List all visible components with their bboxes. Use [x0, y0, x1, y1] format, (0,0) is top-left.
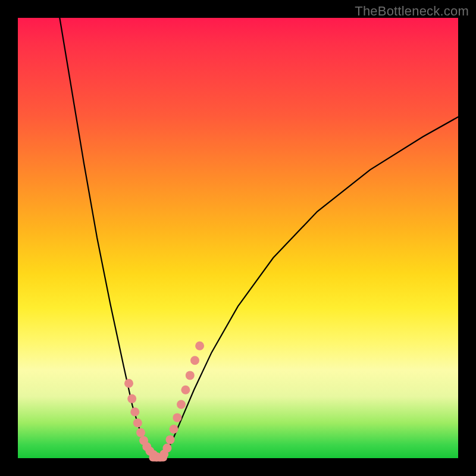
chart-plot-area: [18, 18, 458, 458]
marker-dot: [124, 379, 133, 388]
marker-dot: [166, 435, 175, 444]
chart-frame: TheBottleneck.com: [0, 0, 476, 476]
marker-cluster: [124, 342, 204, 462]
curve-left-branch: [60, 18, 159, 458]
marker-pill: [156, 455, 167, 462]
marker-dot: [127, 394, 136, 403]
marker-dot: [195, 342, 204, 350]
curve-group: [60, 18, 458, 458]
marker-dot: [136, 428, 145, 437]
marker-dot: [173, 413, 181, 422]
marker-dot: [133, 418, 142, 427]
marker-dot: [186, 371, 195, 380]
marker-dot: [190, 356, 199, 365]
curve-right-branch: [159, 117, 458, 458]
marker-dot: [162, 444, 171, 453]
chart-svg: [18, 18, 458, 458]
marker-dot: [170, 425, 178, 434]
marker-dot: [181, 386, 190, 394]
marker-dot: [177, 400, 186, 409]
watermark-text: TheBottleneck.com: [355, 4, 469, 19]
marker-dot: [130, 408, 139, 416]
